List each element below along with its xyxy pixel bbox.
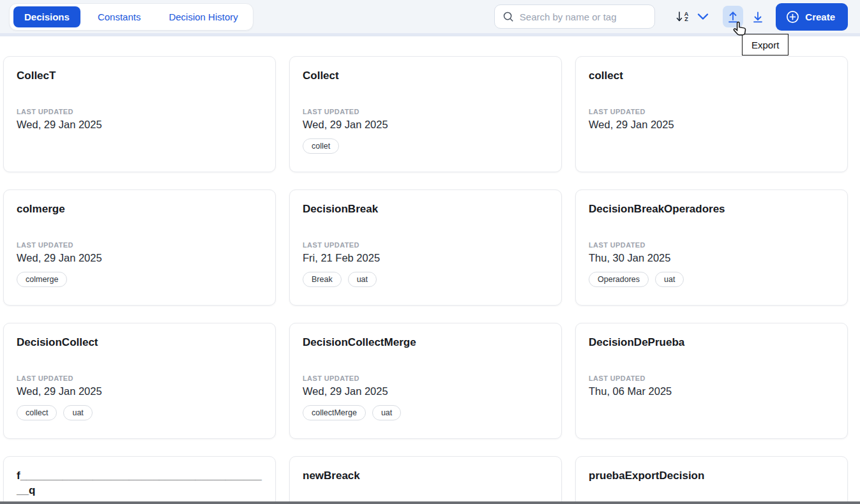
tag-pill: uat	[348, 272, 377, 287]
decision-card[interactable]: pruebaExportDecision	[575, 456, 848, 504]
last-updated-label: LAST UPDATED	[303, 374, 548, 382]
tag-pill: colmerge	[17, 272, 67, 287]
decision-title: colmerge	[17, 202, 262, 217]
card-meta: LAST UPDATED Thu, 06 Mar 2025	[589, 374, 834, 397]
export-upload-icon	[727, 10, 739, 23]
tag-pill: collectMerge	[303, 405, 366, 420]
last-updated-date: Wed, 29 Jan 2025	[17, 385, 262, 397]
header-divider	[0, 33, 860, 36]
sort-options-chevron[interactable]	[694, 6, 712, 27]
decision-title: DecisionDePrueba	[589, 336, 834, 350]
tag-pill: collect	[17, 405, 57, 420]
tag-pill: Operadores	[589, 272, 649, 287]
decision-card[interactable]: CollecT LAST UPDATED Wed, 29 Jan 2025	[3, 56, 276, 172]
decision-title: CollecT	[17, 69, 262, 84]
create-button[interactable]: Create	[776, 3, 848, 31]
decision-card[interactable]: Collect LAST UPDATED Wed, 29 Jan 2025 co…	[289, 56, 562, 172]
card-meta: LAST UPDATED Fri, 21 Feb 2025	[303, 241, 548, 264]
tag-pill: Break	[303, 272, 342, 287]
last-updated-date: Thu, 06 Mar 2025	[589, 385, 834, 397]
tag-list: collet	[303, 138, 548, 154]
search-icon	[502, 11, 514, 22]
export-button[interactable]	[723, 6, 743, 27]
card-meta: LAST UPDATED Wed, 29 Jan 2025	[589, 108, 834, 131]
search-input[interactable]	[520, 11, 648, 22]
card-meta: LAST UPDATED Wed, 29 Jan 2025	[17, 108, 262, 131]
window-bottom-edge	[0, 501, 860, 504]
tag-list: collectMerge uat	[303, 405, 548, 420]
decision-title: DecisionBreak	[303, 202, 548, 217]
last-updated-label: LAST UPDATED	[17, 108, 262, 115]
tag-list: Operadores uat	[589, 272, 834, 287]
last-updated-label: LAST UPDATED	[589, 374, 834, 382]
last-updated-date: Wed, 29 Jan 2025	[17, 252, 262, 264]
decision-title: DecisionCollect	[17, 336, 262, 350]
search-box[interactable]	[494, 4, 655, 29]
last-updated-date: Wed, 29 Jan 2025	[303, 119, 548, 131]
last-updated-label: LAST UPDATED	[589, 241, 834, 249]
sort-az-letters: A Z	[684, 11, 689, 22]
decision-card-grid: CollecT LAST UPDATED Wed, 29 Jan 2025 Co…	[3, 56, 848, 504]
card-meta: LAST UPDATED Thu, 30 Jan 2025	[589, 241, 834, 264]
tag-list: colmerge	[17, 272, 262, 287]
last-updated-label: LAST UPDATED	[17, 241, 262, 249]
last-updated-label: LAST UPDATED	[17, 374, 262, 382]
tag-pill: collet	[303, 138, 339, 154]
decision-card[interactable]: DecisionCollectMerge LAST UPDATED Wed, 2…	[289, 323, 562, 439]
sort-button[interactable]: A Z	[673, 6, 692, 27]
tag-pill: uat	[655, 272, 684, 287]
decision-card[interactable]: DecisionCollect LAST UPDATED Wed, 29 Jan…	[3, 323, 276, 439]
card-meta: LAST UPDATED Wed, 29 Jan 2025	[303, 108, 548, 131]
decision-card[interactable]: f_______________________________________…	[3, 456, 276, 504]
plus-circle-icon	[786, 10, 799, 24]
card-meta: LAST UPDATED Wed, 29 Jan 2025	[303, 374, 548, 397]
tag-list: collect uat	[17, 405, 262, 420]
last-updated-date: Wed, 29 Jan 2025	[303, 385, 548, 397]
decision-card[interactable]: colmerge LAST UPDATED Wed, 29 Jan 2025 c…	[3, 189, 276, 306]
tag-pill: uat	[63, 405, 92, 420]
top-bar: Decisions Constants Decision History A Z	[0, 0, 860, 33]
header-actions: A Z	[494, 0, 848, 33]
decision-card[interactable]: DecisionDePrueba LAST UPDATED Thu, 06 Ma…	[575, 323, 848, 439]
import-download-icon	[751, 10, 764, 23]
decision-title: Collect	[303, 69, 548, 84]
create-button-label: Create	[805, 11, 835, 22]
card-meta: LAST UPDATED Wed, 29 Jan 2025	[17, 241, 262, 264]
export-tooltip: Export	[742, 34, 788, 56]
chevron-down-icon	[697, 13, 709, 20]
decision-card[interactable]: DecisionBreakOperadores LAST UPDATED Thu…	[575, 189, 848, 306]
decision-title: f_______________________________________…	[17, 469, 262, 498]
decision-card[interactable]: DecisionBreak LAST UPDATED Fri, 21 Feb 2…	[289, 189, 562, 306]
last-updated-date: Wed, 29 Jan 2025	[17, 119, 262, 131]
decision-title: newBreack	[303, 469, 548, 484]
import-button[interactable]	[748, 6, 768, 27]
last-updated-date: Thu, 30 Jan 2025	[589, 252, 834, 264]
tab-decisions[interactable]: Decisions	[13, 6, 80, 27]
card-meta: LAST UPDATED Wed, 29 Jan 2025	[17, 374, 262, 397]
decision-card[interactable]: newBreack	[289, 456, 562, 504]
view-tab-group: Decisions Constants Decision History	[9, 3, 253, 31]
tag-list: Break uat	[303, 272, 548, 287]
sort-arrow-icon	[676, 10, 684, 23]
last-updated-label: LAST UPDATED	[303, 241, 548, 249]
decision-title: DecisionBreakOperadores	[589, 202, 834, 217]
decision-card[interactable]: collect LAST UPDATED Wed, 29 Jan 2025	[575, 56, 848, 172]
tab-decision-history[interactable]: Decision History	[158, 6, 248, 27]
last-updated-label: LAST UPDATED	[303, 108, 548, 115]
last-updated-date: Wed, 29 Jan 2025	[589, 119, 834, 131]
decision-title: pruebaExportDecision	[589, 469, 834, 484]
decision-title: DecisionCollectMerge	[303, 336, 548, 350]
tab-constants[interactable]: Constants	[87, 6, 152, 27]
tag-pill: uat	[372, 405, 401, 420]
last-updated-date: Fri, 21 Feb 2025	[303, 252, 548, 264]
decision-title: collect	[589, 69, 834, 84]
last-updated-label: LAST UPDATED	[589, 108, 834, 115]
